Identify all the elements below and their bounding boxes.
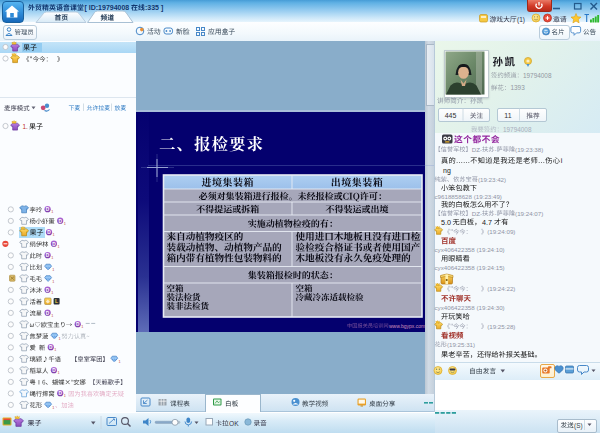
svg-text:1: 1 <box>64 394 66 398</box>
svg-text:1: 1 <box>51 256 53 260</box>
svg-text:D: D <box>52 242 56 247</box>
svg-text:1: 1 <box>52 280 54 284</box>
svg-text:cyx406422358 (19:24:30): cyx406422358 (19:24:30) <box>435 304 505 311</box>
svg-text:1: 1 <box>51 210 53 214</box>
svg-text:DZ-: DZ- <box>472 210 482 217</box>
svg-text:D: D <box>58 219 62 224</box>
svg-text:1: 1 <box>59 337 61 341</box>
svg-text:4.7: 4.7 <box>482 218 492 227</box>
svg-text:1: 1 <box>81 325 83 329</box>
svg-text:(19:23:42): (19:23:42) <box>478 176 506 183</box>
svg-text:(19:25:31): (19:25:31) <box>447 341 475 348</box>
svg-text:-: - <box>494 210 496 217</box>
svg-text:i: i <box>561 156 563 165</box>
svg-text:19794008: 19794008 <box>523 72 552 79</box>
svg-text:1: 1 <box>58 371 60 375</box>
svg-text:D: D <box>47 230 51 235</box>
svg-text:(1): (1) <box>517 16 525 24</box>
svg-text:11: 11 <box>504 112 511 119</box>
svg-text:1: 1 <box>58 245 60 249</box>
svg-text:(19:23:38): (19:23:38) <box>515 146 543 153</box>
svg-text:1: 1 <box>52 406 54 410</box>
svg-text:D: D <box>46 288 50 293</box>
svg-text:(19:25:28): (19:25:28) <box>487 323 515 330</box>
svg-text:ng: ng <box>443 167 451 175</box>
svg-text:1: 1 <box>51 291 53 295</box>
svg-text:(19:24:07): (19:24:07) <box>515 210 543 217</box>
svg-text:5.0: 5.0 <box>441 218 451 227</box>
svg-text:-: - <box>494 146 496 153</box>
svg-text:D: D <box>52 368 56 373</box>
svg-text:D: D <box>46 207 50 212</box>
svg-text:(S): (S) <box>574 422 583 430</box>
svg-text:cyx406422358 (19:24:15): cyx406422358 (19:24:15) <box>435 264 505 271</box>
svg-text:1: 1 <box>118 360 120 364</box>
svg-text::335 ]: :335 ] <box>145 4 163 12</box>
svg-text:1393: 1393 <box>511 84 526 91</box>
svg-text:1: 1 <box>53 233 55 237</box>
svg-text:445: 445 <box>445 112 457 119</box>
svg-text:1: 1 <box>64 222 66 226</box>
svg-text:(19:24:09): (19:24:09) <box>487 228 515 235</box>
svg-text:DZ-: DZ- <box>472 146 482 153</box>
svg-text:1: 1 <box>52 268 54 272</box>
svg-text:D: D <box>46 253 50 258</box>
svg-text:D: D <box>46 311 50 316</box>
svg-text:1.: 1. <box>23 123 29 130</box>
svg-text:D: D <box>49 345 53 350</box>
svg-text:(19:24:22): (19:24:22) <box>487 285 515 292</box>
svg-text:D: D <box>76 322 80 327</box>
svg-text:19794008: 19794008 <box>503 126 532 133</box>
svg-text:1: 1 <box>51 314 53 318</box>
svg-text:OK: OK <box>229 420 239 427</box>
svg-text:c9618858628 (19:23:49): c9618858628 (19:23:49) <box>435 193 502 200</box>
svg-text:cyx406422358 (19:24:10): cyx406422358 (19:24:10) <box>435 246 505 253</box>
svg-text:1: 1 <box>54 348 56 352</box>
svg-text:D: D <box>58 391 62 396</box>
svg-text:www.bgypx.com: www.bgypx.com <box>389 323 425 329</box>
